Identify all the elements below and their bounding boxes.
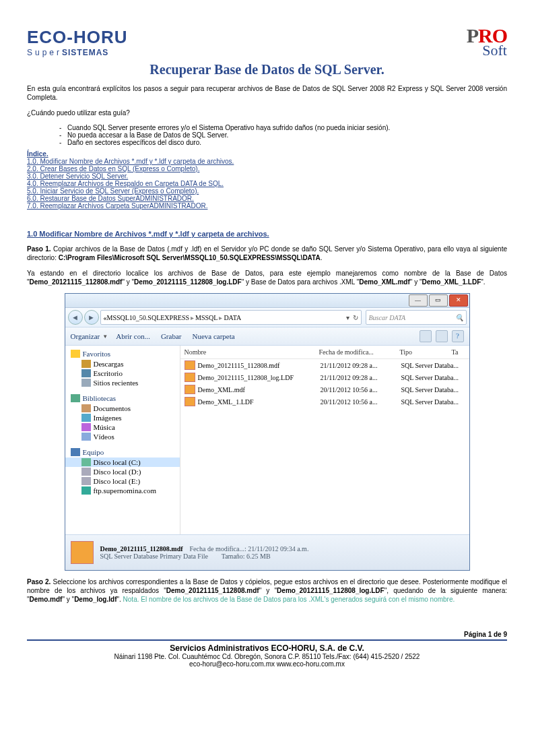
organize-button[interactable]: Organizar [71, 332, 100, 340]
header: ECO-HORU SuperSISTEMAS PRO Soft [27, 24, 507, 59]
document-icon [81, 404, 91, 412]
disk-icon [81, 477, 91, 485]
bullet: Daño en sectores específicos del disco d… [27, 139, 507, 146]
file-icon [185, 397, 195, 406]
image-icon [81, 414, 91, 422]
column-headers[interactable]: NombreFecha de modifica...TipoTa [180, 346, 469, 359]
footer-company: Servicios Administrativos ECO-HORU, S.A.… [27, 643, 507, 653]
sidebar-computer[interactable]: Equipo [65, 447, 180, 458]
file-icon [71, 541, 94, 564]
toolbar: Organizar▼ Abrir con... Grabar Nueva car… [65, 327, 469, 346]
sidebar-recent[interactable]: Sitios recientes [65, 378, 180, 387]
sidebar-music[interactable]: Música [65, 422, 180, 432]
explorer-window: — ▭ ✕ ◄ ► « MSSQL10_50.SQLEXPRESS▸ MSSQL… [65, 293, 470, 571]
toc-link[interactable]: 6.0. Restaurar Base de Datos SuperADMINI… [27, 195, 507, 202]
search-icon: 🔍 [455, 314, 463, 321]
forward-button[interactable]: ► [84, 310, 99, 325]
footer-address: Náinari 1198 Pte. Col. Cuauhtémoc Cd. Ob… [27, 653, 507, 660]
toc-link[interactable]: 5.0. Iniciar Servicio de SQL Server (Exp… [27, 187, 507, 195]
search-input[interactable]: Buscar DATA🔍 [366, 310, 467, 325]
preview-button[interactable] [436, 330, 448, 342]
sidebar-disk-e[interactable]: Disco local (E:) [65, 476, 180, 486]
section-heading: 1.0 Modificar Nombre de Archivos *.mdf y… [27, 230, 507, 238]
sidebar-disk-c[interactable]: Disco local (C:) [65, 458, 180, 467]
bullet-list: Cuando SQL Server presente errores y/o e… [27, 124, 507, 146]
download-icon [81, 360, 91, 368]
star-icon [71, 350, 80, 358]
toc-link[interactable]: 2.0. Crear Bases de Datos en SQL (Expres… [27, 165, 507, 172]
logo-prosoft: PRO Soft [467, 24, 507, 59]
sidebar-libraries[interactable]: Bibliotecas [65, 393, 180, 404]
toc-link[interactable]: 4.0. Reemplazar Archivos de Respaldo en … [27, 180, 507, 187]
page-title: Recuperar Base de Datos de SQL Server. [27, 62, 507, 77]
help-button[interactable]: ? [452, 330, 464, 342]
music-icon [81, 423, 91, 431]
disk-icon [81, 468, 91, 476]
computer-icon [71, 448, 80, 456]
new-folder-button[interactable]: Nueva carpeta [192, 332, 234, 340]
sidebar-ftp[interactable]: ftp.supernomina.com [65, 486, 180, 495]
index-heading: Índice. [27, 150, 507, 158]
sidebar-disk-d[interactable]: Disco local (D:) [65, 467, 180, 476]
library-icon [71, 394, 80, 402]
page-number: Página 1 de 9 [27, 631, 507, 641]
record-button[interactable]: Grabar [161, 332, 182, 340]
question: ¿Cuándo puedo utilizar esta guía? [27, 108, 507, 117]
bullet: No pueda accesar a la Base de Datos de S… [27, 131, 507, 139]
sidebar: Favoritos Descargas Escritorio Sitios re… [65, 346, 180, 534]
view-button[interactable] [420, 330, 432, 342]
toc-link[interactable]: 7.0. Reemplazar Archivos Carpeta SuperAD… [27, 202, 507, 210]
nav-bar: ◄ ► « MSSQL10_50.SQLEXPRESS▸ MSSQL▸ DATA… [65, 308, 469, 327]
back-button[interactable]: ◄ [68, 310, 83, 325]
bullet: Cuando SQL Server presente errores y/o e… [27, 124, 507, 131]
intro: En esta guía encontrará explícitos los p… [27, 84, 507, 102]
logo-ecohoru: ECO-HORU SuperSISTEMAS [27, 27, 128, 57]
desktop-icon [81, 369, 91, 377]
file-row[interactable]: Demo_20121115_112808_log.LDF21/11/2012 0… [180, 371, 469, 383]
footer-contact: eco-horu@eco-horu.com.mx www.eco-horu.co… [27, 660, 507, 668]
sidebar-images[interactable]: Imágenes [65, 413, 180, 422]
minimize-button[interactable]: — [409, 294, 428, 307]
paragraph: Paso 2. Seleccione los archivos correspo… [27, 577, 507, 604]
paragraph: Paso 1. Copiar archivos de la Base de Da… [27, 245, 507, 262]
open-with-button[interactable]: Abrir con... [116, 332, 150, 340]
sidebar-videos[interactable]: Vídeos [65, 432, 180, 441]
file-icon [185, 385, 195, 394]
footer: Página 1 de 9 Servicios Administrativos … [27, 631, 507, 668]
paragraph: Ya estando en el directorio localice los… [27, 269, 507, 286]
sidebar-favorites[interactable]: Favoritos [65, 348, 180, 359]
file-row[interactable]: Demo_XML.mdf20/11/2012 10:56 a...SQL Ser… [180, 383, 469, 396]
file-row[interactable]: Demo_20121115_112808.mdf21/11/2012 09:28… [180, 359, 469, 371]
sidebar-downloads[interactable]: Descargas [65, 359, 180, 369]
details-pane: Demo_20121115_112808.mdf Fecha de modifi… [65, 534, 469, 570]
sidebar-documents[interactable]: Documentos [65, 404, 180, 413]
toc-link[interactable]: 3.0. Detener Servicio SQL Server. [27, 172, 507, 180]
close-button[interactable]: ✕ [449, 294, 468, 307]
file-pane: NombreFecha de modifica...TipoTa Demo_20… [180, 346, 469, 534]
ftp-icon [81, 486, 91, 495]
video-icon [81, 433, 91, 441]
file-icon [185, 360, 195, 370]
file-row[interactable]: Demo_XML_1.LDF20/11/2012 10:56 a...SQL S… [180, 396, 469, 408]
breadcrumb[interactable]: « MSSQL10_50.SQLEXPRESS▸ MSSQL▸ DATA ▾ ↻ [100, 310, 362, 325]
sidebar-desktop[interactable]: Escritorio [65, 369, 180, 378]
toc-link[interactable]: 1.0. Modificar Nombre de Archivos *.mdf … [27, 158, 507, 165]
recent-icon [81, 379, 91, 387]
window-titlebar: — ▭ ✕ [65, 294, 469, 308]
disk-icon [81, 458, 91, 466]
maximize-button[interactable]: ▭ [429, 294, 448, 307]
file-icon [185, 373, 195, 382]
